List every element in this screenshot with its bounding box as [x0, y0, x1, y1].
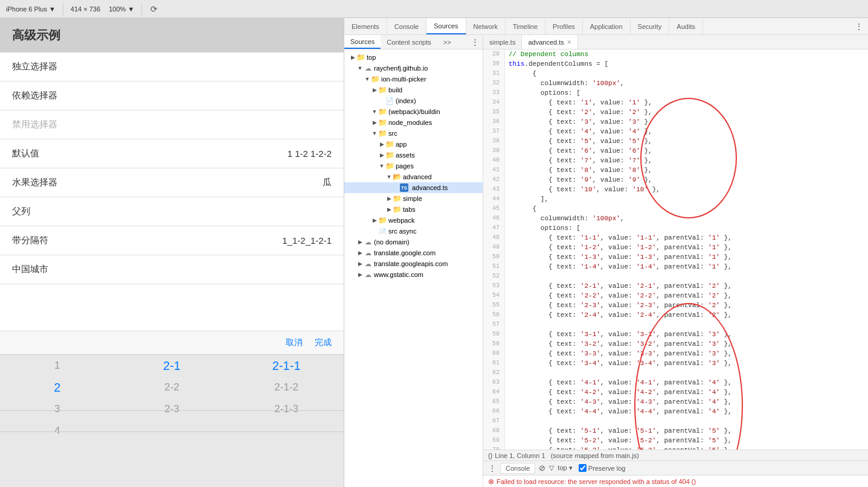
console-menu-icon[interactable]: ⋮ — [488, 463, 497, 473]
device-rotate-icon[interactable]: ⟳ — [149, 4, 159, 14]
folder-icon: 📁 — [385, 162, 394, 170]
code-line: { text: '1-4', value: '1-4', parentVal: … — [509, 262, 868, 272]
tree-item-folder[interactable]: ▶ 📁 node_modules — [344, 117, 483, 128]
list-item[interactable]: 水果选择器 瓜 — [0, 168, 344, 197]
editor-tab-simple[interactable]: simple.ts — [483, 35, 522, 49]
preserve-log-checkbox[interactable] — [579, 464, 587, 472]
tree-item-file[interactable]: ▶ 📄 (index) — [344, 95, 483, 106]
list-item[interactable]: 带分隔符 1_1-2_1-2-1 — [0, 226, 344, 255]
picker-wheel-area[interactable]: 1 2 3 4 2-1 2-2 2-3 — [0, 354, 344, 487]
tree-item-domain[interactable]: ▶ ☁ (no domain) — [344, 237, 483, 247]
item-label: 独立选择器 — [12, 61, 57, 72]
tree-item-domain[interactable]: ▶ ☁ translate.google.com — [344, 247, 483, 258]
file-icon: 📄 — [378, 227, 387, 235]
tree-item-folder[interactable]: ▼ 📁 src — [344, 128, 483, 139]
tree-item-folder[interactable]: ▶ 📁 build — [344, 84, 483, 95]
sub-tab-sources[interactable]: Sources — [344, 35, 381, 49]
picker-toolbar: 取消 完成 — [0, 331, 344, 354]
cancel-button[interactable]: 取消 — [286, 337, 303, 348]
tree-item-folder[interactable]: ▶ 📁 app — [344, 139, 483, 150]
picker-column-1[interactable]: 1 2 3 4 — [0, 355, 115, 487]
list-item[interactable]: 依赖选择器 — [0, 81, 344, 110]
sub-tab-more[interactable]: >> — [437, 35, 457, 49]
line-number: 56 — [483, 310, 502, 320]
tab-sources[interactable]: Sources — [426, 18, 466, 34]
list-item[interactable]: 中国城市 — [0, 255, 344, 284]
list-item[interactable]: 独立选择器 — [0, 53, 344, 81]
devtools-menu-icon[interactable]: ⋮ — [855, 22, 863, 31]
file-tree-menu[interactable]: ⋮ — [468, 35, 483, 49]
tree-item-top[interactable]: ▶ 📁 top — [344, 52, 483, 63]
tab-console[interactable]: Console — [387, 18, 426, 34]
tab-security[interactable]: Security — [631, 18, 670, 34]
list-item[interactable]: 父列 — [0, 197, 344, 226]
line-number: 33 — [483, 88, 502, 98]
error-message: Failed to load resource: the server resp… — [497, 478, 696, 485]
code-line: { text: '3-2', value: '3-2', parentVal: … — [509, 339, 868, 349]
line-number: 35 — [483, 107, 502, 117]
done-button[interactable]: 完成 — [315, 337, 332, 348]
picker-cell: 2-1-3 — [229, 398, 344, 420]
tree-item-file-advanced-ts[interactable]: ▶ TS advanced.ts — [344, 182, 483, 193]
tab-elements[interactable]: Elements — [344, 18, 387, 34]
picker-cell: 2-3 — [115, 398, 230, 420]
code-line: options: [ — [509, 223, 868, 233]
tree-item-folder[interactable]: ▶ 📁 tabs — [344, 204, 483, 215]
tree-item-folder[interactable]: ▼ 📁 pages — [344, 161, 483, 171]
expand-icon: ▼ — [385, 173, 393, 180]
tree-item-folder[interactable]: ▶ 📁 simple — [344, 193, 483, 204]
stop-icon[interactable]: ⊘ — [539, 463, 545, 473]
code-line: { text: '4-4', value: '4-4', parentVal: … — [509, 407, 868, 416]
line-number: 39 — [483, 146, 502, 156]
code-line: { — [509, 69, 868, 78]
preserve-log-label[interactable]: Preserve log — [579, 464, 626, 472]
tree-item-file[interactable]: ▶ 📄 src async — [344, 226, 483, 237]
code-line — [509, 368, 868, 378]
tree-label: translate.google.com — [374, 249, 436, 256]
line-number: 41 — [483, 165, 502, 175]
width-value: 414 — [71, 5, 82, 13]
line-number: 48 — [483, 233, 502, 243]
line-number: 40 — [483, 156, 502, 165]
tree-item-domain[interactable]: ▶ ☁ translate.googleapis.com — [344, 258, 483, 269]
expand-icon: ▶ — [385, 195, 393, 202]
editor-tab-advanced[interactable]: advanced.ts × — [522, 35, 577, 49]
tab-timeline[interactable]: Timeline — [506, 18, 545, 34]
code-line: { text: '1', value: '1' }, — [509, 98, 868, 107]
tab-network[interactable]: Network — [466, 18, 506, 34]
line-number: 68 — [483, 426, 502, 436]
code-area[interactable]: 2930313233343536373839404142434445464748… — [483, 49, 868, 450]
tree-item-folder[interactable]: ▼ 📁 ion-multi-picker — [344, 74, 483, 84]
tree-item-folder[interactable]: ▶ 📁 assets — [344, 150, 483, 161]
tree-item-domain[interactable]: ▶ ☁ www.gstatic.com — [344, 269, 483, 280]
context-selector[interactable]: top ▾ — [558, 464, 572, 472]
brace-icon: {} — [488, 452, 492, 459]
close-tab-icon[interactable]: × — [567, 38, 571, 46]
list-item[interactable]: 默认值 1 1-2 1-2-2 — [0, 139, 344, 168]
expand-icon: ▶ — [356, 238, 364, 246]
sub-tab-content-scripts[interactable]: Content scripts — [381, 35, 437, 49]
line-number: 62 — [483, 368, 502, 378]
picker-column-inner-3: 2-1-1 2-1-2 2-1-3 — [229, 355, 344, 420]
picker-column-2[interactable]: 2-1 2-2 2-3 — [115, 355, 230, 487]
tree-item-folder[interactable]: ▼ 📁 (webpack)/buildin — [344, 106, 483, 117]
code-line: { text: '5-3', value: '5-3', parentVal: … — [509, 445, 868, 450]
code-line: { text: '10', value: '10' }, — [509, 185, 868, 194]
code-line: ], — [509, 194, 868, 204]
console-tab[interactable]: Console — [500, 463, 535, 474]
code-line: { text: '4', value: '4' }, — [509, 127, 868, 136]
code-line: { text: '9', value: '9' }, — [509, 175, 868, 185]
tab-profiles[interactable]: Profiles — [545, 18, 583, 34]
picker-column-3[interactable]: 2-1-1 2-1-2 2-1-3 — [229, 355, 344, 487]
tree-item-folder[interactable]: ▶ 📁 webpack — [344, 215, 483, 226]
tree-item-folder-advanced[interactable]: ▼ 📂 advanced — [344, 171, 483, 182]
tree-label: (index) — [396, 97, 416, 104]
device-selector[interactable]: iPhone 6 Plus ▼ — [6, 5, 56, 13]
tree-label: simple — [403, 195, 422, 202]
filter-icon[interactable]: ▽ — [549, 464, 554, 472]
tree-item-domain[interactable]: ▼ ☁ raychenfj.github.io — [344, 63, 483, 74]
tab-audits[interactable]: Audits — [669, 18, 703, 34]
error-bar: ⊗ Failed to load resource: the server re… — [483, 475, 868, 487]
tab-application[interactable]: Application — [583, 18, 631, 34]
picker-list[interactable]: 独立选择器 依赖选择器 禁用选择器 默认值 1 1-2 1-2-2 水果选择器 — [0, 53, 344, 329]
